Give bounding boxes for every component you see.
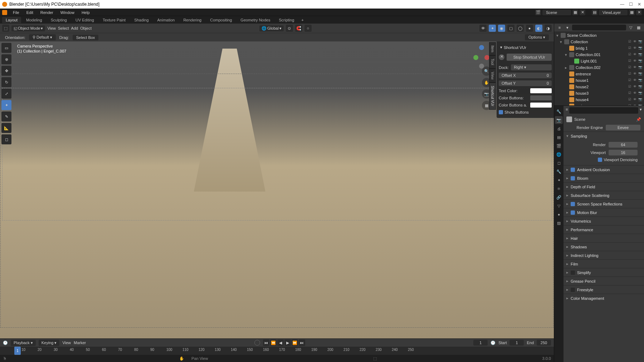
ptab-texture-icon[interactable]: ▨ — [555, 219, 563, 227]
panel-freestyle[interactable]: ▸Freestyle — [564, 286, 644, 294]
autokey-icon[interactable] — [254, 340, 260, 346]
play-icon[interactable]: ▶ — [284, 339, 291, 346]
disable-icon[interactable]: 📷 — [638, 59, 643, 63]
shading-solid-icon[interactable]: ● — [526, 25, 533, 32]
panel-performance[interactable]: ▸Performance — [564, 225, 644, 234]
tab-scripting[interactable]: Scripting — [275, 17, 298, 23]
hide-icon[interactable]: 👁 — [633, 59, 638, 63]
start-frame[interactable]: 1 — [509, 340, 524, 346]
maximize-icon[interactable]: ☐ — [628, 2, 633, 7]
checkbox-icon[interactable] — [571, 288, 575, 292]
menu-window[interactable]: Window — [58, 10, 77, 15]
panel-ambient-occlusion[interactable]: ▸Ambient Occlusion — [564, 165, 644, 174]
disable-icon[interactable]: 📷 — [638, 98, 643, 102]
viewport-denoise-checkbox[interactable]: Viewport Denoising — [566, 157, 641, 163]
filter-icon[interactable]: ▽ — [628, 24, 634, 31]
disable-icon[interactable]: 📷 — [638, 78, 643, 83]
tab-sculpting[interactable]: Sculpting — [47, 17, 70, 23]
outliner-item[interactable]: house3☑👁📷 — [554, 90, 644, 96]
viewlayer-new-icon[interactable]: ▦ — [629, 10, 635, 15]
panel-subsurface-scattering[interactable]: ▸Subsurface Scattering — [564, 191, 644, 199]
ptab-world-icon[interactable]: 🌐 — [555, 150, 563, 158]
playback-menu[interactable]: Playback ▾ — [11, 340, 36, 346]
disable-icon[interactable]: 📷 — [638, 40, 643, 44]
stop-button[interactable]: Stop Shortcut VUr — [507, 54, 552, 61]
dock-field[interactable]: Right ▾ — [511, 64, 552, 70]
ptab-particle-icon[interactable]: ✦ — [555, 176, 563, 184]
outliner-item[interactable]: house2☑👁📷 — [554, 84, 644, 90]
pin-icon[interactable]: 📌 — [636, 117, 641, 122]
textcolor-swatch[interactable] — [530, 88, 552, 93]
panel-sampling[interactable]: ▾Sampling — [564, 132, 644, 140]
panel-screen-space-reflections[interactable]: ▸Screen Space Reflections — [564, 200, 644, 208]
tool-annotate[interactable]: ✎ — [1, 111, 11, 122]
axis-z-icon[interactable] — [479, 45, 484, 50]
tool-select-box[interactable]: ▭ — [1, 43, 11, 53]
tool-rotate[interactable]: ↻ — [1, 77, 11, 87]
ptab-output-icon[interactable]: 🖨 — [555, 125, 563, 133]
outliner-item[interactable]: house1☑👁📷 — [554, 77, 644, 84]
jump-start-icon[interactable]: ⏮ — [263, 339, 269, 346]
ptab-viewlayer-icon[interactable]: ▤ — [555, 133, 563, 141]
editor-type-icon[interactable]: ⬚ — [2, 25, 9, 32]
restrict-select-icon[interactable]: ☑ — [628, 46, 633, 50]
panel-motion-blur[interactable]: ▸Motion Blur — [564, 208, 644, 217]
timeline-type-icon[interactable]: 🕐 — [3, 341, 8, 345]
xray-icon[interactable]: ▢ — [507, 25, 514, 32]
panel-header[interactable]: ▾ Shortcut VUr — [499, 44, 552, 51]
scene-new-icon[interactable]: ▦ — [572, 10, 578, 15]
shading-material-icon[interactable]: ◐ — [535, 25, 542, 32]
tab-animation[interactable]: Animation — [154, 17, 179, 23]
panel-film[interactable]: ▸Film — [564, 260, 644, 268]
ntab-item[interactable]: Item — [489, 42, 496, 55]
outliner-type-icon[interactable]: ≡ — [556, 24, 563, 31]
drag-field[interactable]: Select Box — [73, 35, 99, 40]
outliner-item[interactable]: ▾Collection.001☑👁📷 — [554, 51, 644, 58]
tab-modeling[interactable]: Modeling — [23, 17, 46, 23]
tab-texture[interactable]: Texture Paint — [99, 17, 129, 23]
checkbox-icon[interactable] — [571, 271, 575, 275]
timeline-ruler[interactable]: 1 10203040506070809010011012013014015016… — [0, 347, 554, 355]
panel-depth-of-field[interactable]: ▸Depth of Field — [564, 183, 644, 191]
options-dropdown[interactable]: Options ▾ — [525, 34, 549, 40]
checkbox-icon[interactable] — [571, 210, 575, 215]
hide-icon[interactable]: 👁 — [633, 78, 638, 83]
outliner-item[interactable]: entrence☑👁📷 — [554, 71, 644, 77]
ptab-data-icon[interactable]: ▽ — [555, 202, 563, 210]
hide-icon[interactable]: 👁 — [633, 46, 638, 50]
panel-grease-pencil[interactable]: ▸Grease Pencil — [564, 277, 644, 285]
view3d-viewport[interactable]: Camera Perspective (1) Collection | Enge… — [0, 41, 554, 338]
outliner-item[interactable]: main☑👁📷 — [554, 103, 644, 105]
orientation-field[interactable]: ⚲ Default ▾ — [29, 34, 56, 40]
ptab-physics-icon[interactable]: ⚛ — [555, 185, 563, 193]
close-icon[interactable]: ✕ — [499, 54, 504, 60]
hide-icon[interactable]: 👁 — [633, 53, 638, 57]
restrict-select-icon[interactable]: ☑ — [628, 65, 633, 70]
restrict-select-icon[interactable]: ☑ — [628, 91, 633, 95]
ptab-material-icon[interactable]: ● — [555, 210, 563, 218]
keying-menu[interactable]: Keying ▾ — [39, 340, 60, 346]
viewlayer-del-icon[interactable]: ✕ — [636, 10, 642, 15]
tab-geonodes[interactable]: Geometry Nodes — [237, 17, 274, 23]
checkbox-icon[interactable] — [571, 176, 575, 180]
render-engine-field[interactable]: Eevee — [606, 125, 640, 130]
current-frame[interactable]: 1 — [473, 340, 488, 346]
scene-del-icon[interactable]: ✕ — [580, 10, 585, 15]
display-mode-icon[interactable]: ▾ — [564, 24, 571, 31]
tool-move[interactable]: ✥ — [1, 66, 11, 76]
tool-add-cube[interactable]: ◻ — [1, 134, 11, 144]
ptab-tool-icon[interactable]: 🔧 — [555, 108, 563, 115]
hide-icon[interactable]: 👁 — [633, 65, 638, 70]
tab-compositing[interactable]: Compositing — [206, 17, 235, 23]
hide-icon[interactable]: 👁 — [633, 98, 638, 102]
play-rev-icon[interactable]: ◀ — [277, 339, 284, 346]
hide-icon[interactable]: 👁 — [633, 72, 638, 76]
viewport-samples-field[interactable]: 16 — [609, 150, 638, 155]
panel-indirect-lighting[interactable]: ▸Indirect Lighting — [564, 251, 644, 259]
tool-transform[interactable]: ✦ — [1, 100, 11, 110]
ntab-view[interactable]: View — [489, 69, 496, 83]
tool-scale[interactable]: ⤢ — [1, 89, 11, 99]
tl-marker-menu[interactable]: Marker — [74, 341, 86, 345]
colorbtn-swatch[interactable] — [530, 95, 552, 100]
transform-orientation[interactable]: 🌐 Global ▾ — [259, 25, 284, 31]
